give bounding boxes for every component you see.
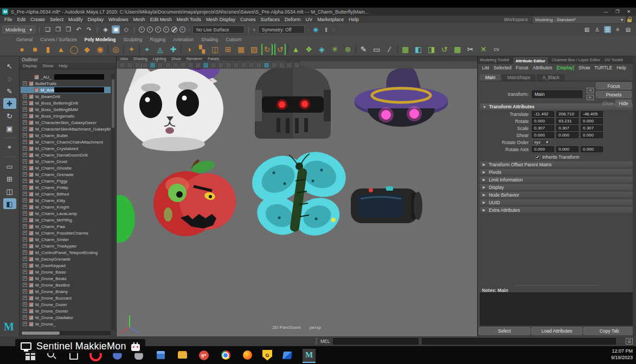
notes-resize-handle[interactable] <box>516 285 598 285</box>
expander-icon[interactable]: + <box>23 237 27 242</box>
poly-cone-icon[interactable]: ▲ <box>55 44 67 55</box>
menu-item[interactable]: Create <box>30 17 45 22</box>
depth-of-field-icon[interactable] <box>248 62 254 68</box>
safe-title-icon[interactable] <box>188 62 194 68</box>
layout-two-pane-icon[interactable]: ◫ <box>3 186 16 197</box>
duplicate-icon[interactable]: ◫ <box>209 44 221 55</box>
menu-item[interactable]: Windows <box>108 17 129 22</box>
viewport-menu-item[interactable]: Panels <box>208 57 219 61</box>
expander-icon[interactable]: + <box>23 127 27 131</box>
outliner-row[interactable]: _AU_ <box>21 74 111 80</box>
viewport-menu-item[interactable]: Renderer <box>187 57 202 61</box>
poly-disc-icon[interactable]: ◉ <box>94 44 106 55</box>
value-field-x[interactable]: 0.307 <box>532 125 554 131</box>
firefox-icon[interactable] <box>241 349 254 362</box>
menu-item[interactable]: Edit Mesh <box>150 17 172 22</box>
expander-icon[interactable]: + <box>23 205 27 209</box>
outliner-row[interactable]: + M_DoorKeypad <box>21 262 111 269</box>
hide-button[interactable]: Hide <box>615 100 632 107</box>
outliner-row[interactable]: + M_Boss_SettlingBMM <box>21 106 111 113</box>
menu-item[interactable]: Edit <box>17 17 26 22</box>
humanik-toggle-icon[interactable]: ♙ <box>594 26 601 33</box>
shelf-icon[interactable] <box>107 44 108 54</box>
expander-icon[interactable]: + <box>23 94 27 99</box>
rotate-axis-z[interactable]: 0.000 <box>581 146 603 152</box>
collapsed-section[interactable]: ▶ UUID <box>480 199 634 205</box>
outliner-row[interactable]: + M_Charm_Smiler <box>21 236 111 243</box>
model-green-blob[interactable] <box>117 195 135 243</box>
value-field-z[interactable]: 0.000 <box>581 132 603 138</box>
expander-icon[interactable]: + <box>23 120 27 125</box>
minimize-button[interactable]: — <box>603 9 608 14</box>
collapsed-section[interactable]: ▶ Extra Attributes <box>480 207 634 213</box>
grid-tri-icon[interactable]: ▨ <box>248 44 260 55</box>
xray-icon[interactable] <box>264 62 269 68</box>
model-butterfly[interactable] <box>244 144 352 242</box>
modeling-toolkit-toggle-icon[interactable]: ▧ <box>583 26 590 33</box>
rotate-axis-x[interactable]: 0.000 <box>532 146 554 152</box>
menu-item[interactable]: Curves <box>240 17 256 22</box>
viewport-menu-item[interactable]: Shading <box>133 57 147 61</box>
shelf-icon[interactable] <box>181 44 182 54</box>
expander-icon[interactable]: + <box>23 322 27 326</box>
snap-grid-icon[interactable] <box>139 27 145 32</box>
shelf-tab[interactable]: Poly Modeling <box>85 37 116 42</box>
expander-icon[interactable]: + <box>23 231 27 235</box>
open-scene-icon[interactable]: ❐ <box>54 25 62 34</box>
model-knight-helmet[interactable] <box>255 61 331 139</box>
menu-item[interactable]: Marketplace <box>317 17 344 22</box>
rotate-axis-y[interactable]: 0.000 <box>556 146 579 152</box>
menu-item[interactable]: Display <box>88 17 104 22</box>
value-field-x[interactable]: -11.492 <box>532 111 554 117</box>
symmetry-field[interactable]: Symmetry: Off <box>258 25 305 34</box>
expander-icon[interactable]: + <box>23 250 27 255</box>
expander-icon[interactable]: + <box>23 270 27 274</box>
shadows-icon[interactable] <box>218 62 224 68</box>
uv-grid-icon[interactable]: ▦ <box>400 44 411 55</box>
shelf-tab[interactable]: Curves / Surfaces <box>40 37 77 42</box>
extrude-icon[interactable]: ▲ <box>290 44 301 55</box>
construction-aim-icon[interactable]: ⌖ <box>142 44 153 55</box>
expander-icon[interactable]: + <box>23 159 27 164</box>
expander-icon[interactable]: + <box>23 114 27 118</box>
channel-box-toggle-icon[interactable]: ▤ <box>625 26 632 33</box>
expander-icon[interactable]: + <box>23 172 27 177</box>
expander-icon[interactable]: + <box>23 153 27 157</box>
attribute-editor-menu-item[interactable]: Show <box>579 65 590 70</box>
expander-icon[interactable]: + <box>23 257 27 261</box>
footer-button[interactable]: Select <box>479 327 530 335</box>
outliner-row[interactable]: + M_Charm_Crystalized <box>21 145 111 152</box>
wireframe-on-shaded-icon[interactable] <box>271 62 277 68</box>
expander-icon[interactable]: + <box>23 179 27 183</box>
subdiv-icon[interactable]: ⊛ <box>342 44 354 55</box>
transform-name-field[interactable]: Main <box>532 90 582 98</box>
cube-wire-icon[interactable]: ◈ <box>316 44 327 55</box>
rotate-order-dropdown[interactable]: xyz ▾ <box>532 139 550 145</box>
model-goggles[interactable] <box>351 186 422 223</box>
uv-cube-icon[interactable]: ◧ <box>413 44 424 55</box>
outliner-row[interactable]: + M_Drone_Basic <box>21 269 111 275</box>
safe-action-icon[interactable] <box>180 62 186 68</box>
outliner-row[interactable]: + BulletTrails <box>21 80 111 87</box>
menu-item[interactable]: Mesh Display <box>206 17 235 22</box>
calendar-app-icon[interactable] <box>154 349 167 362</box>
shelf-icon[interactable] <box>287 44 288 54</box>
poly-torus-icon[interactable]: ◯ <box>68 44 80 55</box>
attribute-editor-menu-item[interactable]: [Display] <box>556 65 574 70</box>
select-tool-icon[interactable]: ↖ <box>3 61 16 72</box>
node-tab[interactable]: A_Black <box>537 74 564 81</box>
tool-settings-toggle-icon[interactable]: ≡ <box>614 26 621 33</box>
checker-icon[interactable]: ▩ <box>452 44 463 55</box>
gplus-app-icon[interactable]: g+ <box>199 350 209 360</box>
snap-viewport-icon[interactable] <box>127 62 133 68</box>
pause-icon[interactable]: ‖ <box>322 25 330 34</box>
expander-icon[interactable]: + <box>23 218 27 222</box>
value-field-y[interactable]: 0.307 <box>556 125 579 131</box>
camera-lock-icon[interactable] <box>134 62 140 68</box>
focus-button[interactable]: Focus <box>596 82 632 89</box>
outliner-row[interactable]: + M_Charm_TheAppler <box>21 243 111 249</box>
value-field-x[interactable]: 0.000 <box>532 132 554 138</box>
outliner-row[interactable]: + M_Drone_BeeBot <box>21 282 111 288</box>
menu-set-dropdown[interactable]: Modeling▾ <box>2 25 35 34</box>
close-button[interactable]: ✕ <box>627 9 631 14</box>
